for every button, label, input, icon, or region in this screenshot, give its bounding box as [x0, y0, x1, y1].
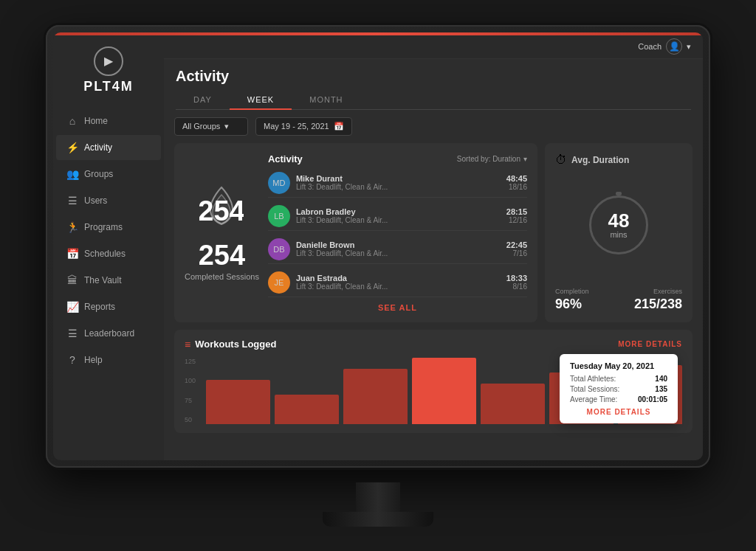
bars-container: Tuesday May 20, 2021 Total Athletes: 140…: [206, 358, 682, 424]
chart-list-icon: ≡: [185, 339, 190, 350]
flame-icon: 254: [199, 184, 244, 244]
activity-icon: ⚡: [66, 142, 78, 153]
nav-label-programs: Programs: [84, 222, 123, 232]
table-row: MD Mike Durant Lift 3: Deadlift, Clean &…: [268, 169, 527, 198]
nav-label-help: Help: [84, 355, 103, 365]
tooltip-row: Total Athletes: 140: [570, 375, 667, 383]
vault-icon: 🏛: [66, 274, 78, 286]
bar-group: [343, 369, 408, 424]
svg-text:254: 254: [199, 195, 244, 226]
y-label-75: 75: [185, 397, 196, 404]
entry-ratio: 7/16: [506, 249, 527, 257]
entry-workout: Lift 3: Deadlift, Clean & Air...: [296, 283, 501, 291]
tooltip-key: Total Sessions:: [570, 385, 619, 393]
entry-info: Mike Durant Lift 3: Deadlift, Clean & Ai…: [296, 174, 501, 191]
monitor-screen: ▶ PLT4M ⌂ Home ⚡ Activity 👥: [53, 32, 703, 460]
avatar: LB: [268, 205, 290, 227]
exercises-label: Exercises: [653, 288, 682, 295]
programs-icon: 🏃: [66, 221, 78, 233]
chart-more-details-button[interactable]: MORE DETAILS: [618, 340, 682, 348]
dropdown-chevron-icon: ▾: [687, 42, 691, 52]
sort-selector[interactable]: Sorted by: Duration ▾: [457, 155, 527, 163]
sidebar-item-programs[interactable]: 🏃 Programs: [56, 215, 161, 240]
sidebar-nav: ⌂ Home ⚡ Activity 👥 Groups ☰: [53, 102, 164, 460]
chart-bar[interactable]: [343, 369, 408, 424]
see-all-button[interactable]: SEE ALL: [268, 303, 527, 312]
entry-stats: 48:45 18/16: [506, 174, 527, 191]
coach-label: Coach: [638, 42, 662, 51]
nav-label-activity: Activity: [84, 142, 112, 153]
y-label-125: 125: [185, 358, 196, 365]
sessions-label: Completed Sessions: [185, 272, 259, 281]
groups-icon: 👥: [66, 168, 78, 180]
sidebar-item-home[interactable]: ⌂ Home: [56, 108, 161, 134]
tabs-row: DAY WEEK MONTH: [176, 91, 691, 110]
nav-label-vault: The Vault: [84, 275, 121, 285]
sidebar: ▶ PLT4M ⌂ Home ⚡ Activity 👥: [53, 35, 164, 460]
tooltip-value: 140: [655, 375, 667, 383]
avatar: MD: [268, 172, 290, 194]
home-icon: ⌂: [66, 115, 78, 127]
entry-name: Labron Bradley: [296, 207, 501, 216]
logo-play-icon: ▶: [94, 46, 123, 76]
filters-row: All Groups ▾ May 19 - 25, 2021 📅: [174, 117, 693, 136]
nav-label-reports: Reports: [84, 302, 115, 312]
tab-day[interactable]: DAY: [176, 91, 230, 110]
tab-week[interactable]: WEEK: [230, 91, 292, 110]
reports-icon: 📈: [66, 301, 78, 313]
calendar-icon: 📅: [334, 122, 344, 131]
sidebar-item-reports[interactable]: 📈 Reports: [56, 294, 161, 319]
table-row: LB Labron Bradley Lift 3: Deadlift, Clea…: [268, 202, 527, 231]
chart-header: ≡ Workouts Logged MORE DETAILS: [185, 339, 682, 350]
logo-text: PLT4M: [83, 79, 134, 94]
duration-card-title: Avg. Duration: [571, 155, 629, 165]
chart-title: Workouts Logged: [195, 339, 276, 350]
tooltip-more-details-button[interactable]: MORE DETAILS: [570, 408, 667, 416]
sidebar-item-activity[interactable]: ⚡ Activity: [56, 135, 161, 160]
table-row: JE Juan Estrada Lift 3: Deadlift, Clean …: [268, 268, 527, 297]
bar-group: Tuesday May 20, 2021 Total Athletes: 140…: [412, 358, 476, 424]
tooltip-key: Average Time:: [570, 395, 617, 403]
completion-value: 96%: [555, 297, 589, 312]
entry-time: 28:15: [506, 207, 527, 216]
app-layout: ▶ PLT4M ⌂ Home ⚡ Activity 👥: [53, 35, 703, 460]
activity-stat: 254 254 Completed Sessions: [185, 153, 259, 312]
y-label-100: 100: [185, 377, 196, 384]
chart-bar[interactable]: [481, 384, 545, 424]
entry-time: 48:45: [506, 174, 527, 183]
group-filter[interactable]: All Groups ▾: [174, 117, 248, 136]
y-axis: 125 100 75 50: [185, 358, 196, 424]
monitor-bezel: ▶ PLT4M ⌂ Home ⚡ Activity 👥: [46, 25, 710, 468]
duration-card: ⏱ Avg. Duration 48 mins: [545, 143, 693, 322]
user-avatar: 👤: [666, 38, 682, 55]
sidebar-item-schedules[interactable]: 📅 Schedules: [56, 241, 161, 266]
duration-card-header: ⏱ Avg. Duration: [555, 153, 682, 167]
sidebar-item-vault[interactable]: 🏛 The Vault: [56, 268, 161, 293]
avatar: DB: [268, 238, 290, 260]
entry-info: Juan Estrada Lift 3: Deadlift, Clean & A…: [296, 274, 501, 291]
nav-label-groups: Groups: [84, 169, 113, 179]
chart-bar[interactable]: [275, 395, 339, 424]
coach-button[interactable]: Coach 👤 ▾: [638, 38, 691, 55]
tab-month[interactable]: MONTH: [292, 91, 360, 110]
tooltip: Tuesday May 20, 2021 Total Athletes: 140…: [560, 354, 678, 423]
entry-time: 22:45: [506, 240, 527, 249]
sidebar-item-groups[interactable]: 👥 Groups: [56, 162, 161, 187]
date-range-picker[interactable]: May 19 - 25, 2021 📅: [255, 117, 352, 136]
filter-chevron-icon: ▾: [224, 122, 229, 131]
main-content: Coach 👤 ▾ Activity DAY WEEK MONTH: [164, 35, 703, 460]
sidebar-item-users[interactable]: ☰ Users: [56, 188, 161, 213]
activity-entries: MD Mike Durant Lift 3: Deadlift, Clean &…: [268, 169, 527, 297]
chart-bar[interactable]: [206, 380, 270, 424]
chart-bar-active[interactable]: [412, 358, 476, 424]
stand-base: [323, 512, 433, 527]
sidebar-item-leaderboard[interactable]: ☰ Leaderboard: [56, 321, 161, 346]
top-bar: Coach 👤 ▾: [164, 35, 703, 59]
stopwatch-icon: 48 mins: [589, 195, 648, 254]
entry-name: Mike Durant: [296, 174, 501, 183]
leaderboard-icon: ☰: [66, 328, 78, 339]
exercises-section: Exercises 215/238: [634, 288, 682, 312]
avatar: JE: [268, 271, 290, 294]
sidebar-item-help[interactable]: ? Help: [56, 347, 161, 372]
bar-group: [206, 380, 270, 424]
